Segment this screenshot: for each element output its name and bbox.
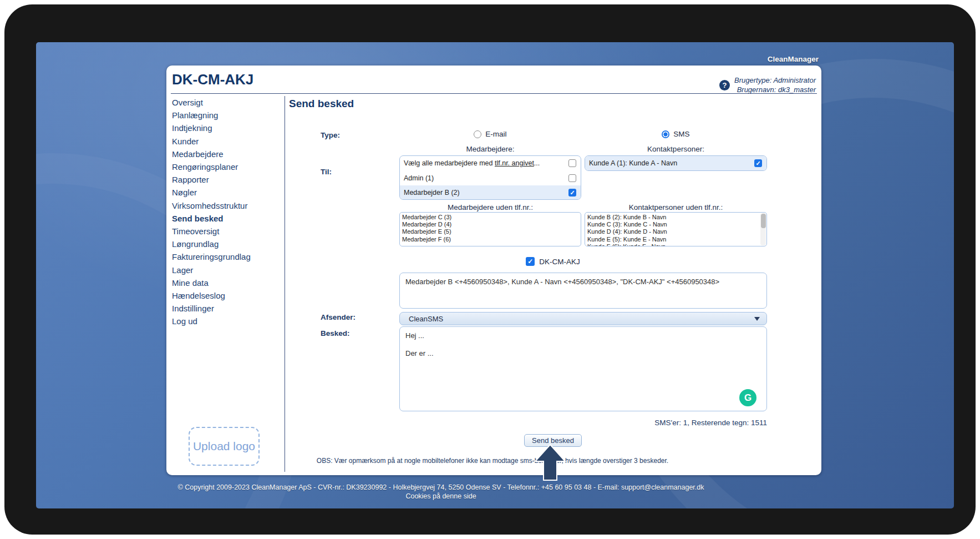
sidebar-item-rengoringsplaner[interactable]: Rengøringsplaner: [166, 160, 285, 173]
user-info-block: ? Brugertype: Administrator Brugernavn: …: [719, 75, 816, 94]
help-icon[interactable]: ?: [719, 80, 730, 90]
page-title: Send besked: [289, 98, 354, 110]
medarbejdere-listbox: Vælg alle medarbejdere med tlf.nr. angiv…: [399, 155, 581, 200]
main-content: Send besked Type: E-mail SMS Medarbejder…: [285, 96, 821, 475]
list-item: Medarbejder F (6): [402, 236, 581, 243]
sidebar-item-send-besked[interactable]: Send besked: [166, 212, 285, 225]
afsender-dropdown[interactable]: CleanSMS: [399, 312, 767, 325]
sidebar-item-indtjekning[interactable]: Indtjekning: [166, 122, 285, 134]
kontaktpersoner-header: Kontaktpersoner:: [585, 145, 767, 153]
footer: © Copyright 2009-2023 CleanManager ApS -…: [36, 483, 846, 501]
sidebar-item-log-ud[interactable]: Log ud: [166, 315, 285, 328]
afsender-label: Afsender:: [321, 313, 356, 321]
window-frame: CleanManager DK-CM-AKJ ? Brugertype: Adm…: [4, 4, 976, 535]
company-title: DK-CM-AKJ: [172, 71, 253, 88]
user-type: Brugertype: Administrator: [734, 75, 816, 85]
list-item: Kunde E (5): Kunde E - Navn: [587, 236, 766, 243]
email-radio[interactable]: [474, 130, 481, 138]
medarbejder-b-row[interactable]: Medarbejder B (2) ✓: [400, 185, 581, 200]
company-checkbox[interactable]: ✓: [526, 257, 535, 266]
besked-label: Besked:: [321, 329, 350, 337]
kontaktpersoner-uden-header: Kontaktpersoner uden tlf.nr.:: [585, 203, 767, 211]
afsender-value: CleanSMS: [409, 315, 443, 323]
sidebar-item-planlaegning[interactable]: Planlægning: [166, 109, 285, 122]
besked-textarea[interactable]: Hej ... Der er ...: [399, 326, 767, 411]
pointer-arrow-graphic: [534, 444, 566, 481]
list-item: Kunde C (3): Kunde C - Navn: [587, 221, 766, 228]
select-all-row[interactable]: Vælg alle medarbejdere med tlf.nr. angiv…: [400, 156, 581, 171]
medarbejder-b-label: Medarbejder B (2): [404, 189, 460, 197]
cookies-link[interactable]: Cookies på denne side: [405, 492, 476, 501]
sidebar-item-faktureringsgrundlag[interactable]: Faktureringsgrundlag: [166, 250, 285, 263]
sidebar-item-rapporter[interactable]: Rapporter: [166, 173, 285, 186]
sidebar-item-lager[interactable]: Lager: [166, 264, 285, 276]
list-item: Kunde F (6): Kunde F - Navn: [587, 243, 766, 246]
admin-row[interactable]: Admin (1): [400, 171, 581, 186]
header-divider: [171, 93, 817, 94]
scrollbar-thumb[interactable]: [761, 214, 766, 228]
kunde-a-row[interactable]: Kunde A (1): Kunde A - Navn ✓: [585, 156, 766, 171]
email-option: E-mail: [399, 130, 581, 138]
sidebar-item-timeoversigt[interactable]: Timeoversigt: [166, 225, 285, 238]
list-item: Medarbejder D (4): [402, 221, 581, 228]
sidebar-item-virksomhedsstruktur[interactable]: Virksomhedsstruktur: [166, 199, 285, 212]
select-all-text: Vælg alle medarbejdere med tlf.nr. angiv…: [404, 159, 540, 167]
sidebar-item-medarbejdere[interactable]: Medarbejdere: [166, 148, 285, 160]
kunde-a-checkbox[interactable]: ✓: [754, 159, 762, 167]
user-lines: Brugertype: Administrator Brugernavn: dk…: [734, 75, 816, 94]
company-checkbox-label[interactable]: DK-CM-AKJ: [539, 258, 580, 266]
email-radio-label[interactable]: E-mail: [485, 130, 506, 138]
upload-logo-button[interactable]: Upload logo: [189, 427, 260, 466]
type-label: Type:: [321, 131, 340, 139]
admin-checkbox[interactable]: [568, 174, 576, 182]
select-all-checkbox[interactable]: [568, 159, 576, 167]
tlf-nr-link[interactable]: tlf.nr. angivet: [495, 159, 534, 167]
company-checkbox-row: ✓ DK-CM-AKJ: [285, 257, 821, 266]
screenshot-canvas: CleanManager DK-CM-AKJ ? Brugertype: Adm…: [0, 0, 980, 539]
recipients-field[interactable]: Medarbejder B <+4560950348>, Kunde A - N…: [399, 273, 767, 309]
sidebar-item-kunder[interactable]: Kunder: [166, 135, 285, 148]
chevron-down-icon: [754, 317, 760, 321]
kunde-a-label: Kunde A (1): Kunde A - Navn: [589, 159, 677, 167]
medarbejdere-uden-list[interactable]: Medarbejder C (3) Medarbejder D (4) Meda…: [399, 212, 581, 246]
admin-row-label: Admin (1): [404, 174, 434, 182]
cleanmanager-logo: CleanManager: [768, 55, 819, 63]
grammarly-icon[interactable]: G: [739, 389, 756, 406]
desktop-background: CleanManager DK-CM-AKJ ? Brugertype: Adm…: [36, 42, 954, 508]
sidebar-item-nogler[interactable]: Nøgler: [166, 186, 285, 199]
medarbejdere-header: Medarbejdere:: [399, 145, 581, 153]
sidebar-item-oversigt[interactable]: Oversigt: [166, 96, 285, 109]
til-label: Til:: [321, 168, 332, 176]
sidebar-item-indstillinger[interactable]: Indstillinger: [166, 302, 285, 315]
list-item: Kunde B (2): Kunde B - Navn: [587, 214, 766, 221]
sms-option: SMS: [585, 130, 767, 138]
copyright-line: © Copyright 2009-2023 CleanManager ApS -…: [36, 483, 846, 492]
list-item: Medarbejder C (3): [402, 214, 581, 221]
medarbejder-b-checkbox[interactable]: ✓: [568, 189, 576, 197]
sidebar-item-mine-data[interactable]: Mine data: [166, 276, 285, 289]
sidebar-item-longrundlag[interactable]: Løngrundlag: [166, 238, 285, 250]
scrollbar-track[interactable]: [760, 213, 766, 245]
app-panel: DK-CM-AKJ ? Brugertype: Administrator Br…: [166, 66, 821, 475]
list-item: Kunde D (4): Kunde D - Navn: [587, 228, 766, 235]
kontaktpersoner-uden-list[interactable]: Kunde B (2): Kunde B - Navn Kunde C (3):…: [585, 212, 767, 246]
sms-radio[interactable]: [662, 130, 669, 138]
sidebar-nav: Oversigt Planlægning Indtjekning Kunder …: [166, 96, 285, 475]
medarbejdere-uden-header: Medarbejdere uden tlf.nr.:: [399, 203, 581, 211]
kontaktpersoner-listbox: Kunde A (1): Kunde A - Navn ✓: [585, 155, 767, 171]
sms-counter: SMS'er: 1, Resterende tegn: 1511: [654, 419, 767, 427]
obs-note: OBS: Vær opmærksom på at nogle mobiltele…: [285, 457, 700, 465]
list-item: Medarbejder E (5): [402, 228, 581, 235]
sidebar-item-haendelseslog[interactable]: Hændelseslog: [166, 289, 285, 302]
sms-radio-label[interactable]: SMS: [673, 130, 689, 138]
